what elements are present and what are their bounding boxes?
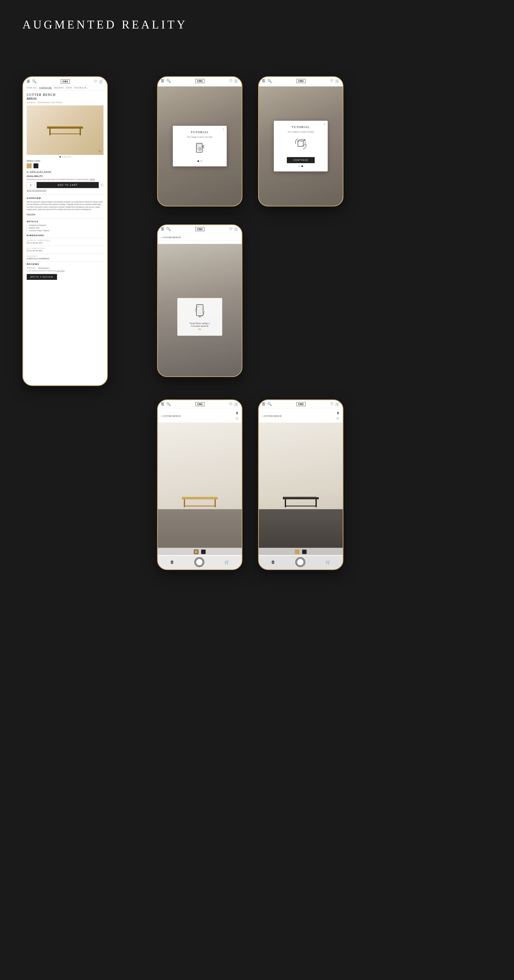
svg-rect-55 bbox=[206, 497, 207, 499]
menu-icon[interactable]: ☰ bbox=[27, 79, 30, 83]
nav-holiday[interactable]: HOLIDAY bbox=[54, 87, 64, 89]
svg-rect-4 bbox=[52, 126, 52, 128]
capture-button-5[interactable] bbox=[194, 557, 204, 567]
dot-4[interactable] bbox=[67, 156, 68, 158]
search-icon[interactable]: 🔍 bbox=[32, 79, 37, 83]
show-more-link[interactable]: Show More bbox=[27, 213, 35, 215]
search-icon-5[interactable]: 🔍 bbox=[166, 402, 171, 406]
logo-6[interactable]: CB2 bbox=[296, 402, 305, 406]
heart-icon-ar-5[interactable]: ♡ bbox=[236, 417, 239, 421]
nav-menu: VIEW ALL FURNITURE HOLIDAY GIFTS DECOR &… bbox=[23, 86, 107, 91]
nav-gifts[interactable]: GIFTS bbox=[66, 87, 72, 89]
svg-rect-13 bbox=[64, 126, 64, 128]
dot-3[interactable] bbox=[64, 156, 66, 158]
share-icon-6[interactable]: ⬆ bbox=[337, 411, 340, 415]
back-label-4[interactable]: CUTTER BENCH bbox=[163, 236, 181, 239]
svg-rect-46 bbox=[194, 497, 194, 499]
color-chip-dark-5[interactable] bbox=[201, 550, 205, 554]
heart-icon[interactable]: ♡ bbox=[94, 79, 97, 83]
swatch-tan[interactable] bbox=[27, 163, 32, 168]
search-icon-3[interactable]: 🔍 bbox=[267, 79, 272, 83]
search-icon-4[interactable]: 🔍 bbox=[166, 227, 171, 231]
delete-icon-5[interactable]: 🗑 bbox=[170, 560, 174, 565]
cart-icon-ar-6[interactable]: 🛒 bbox=[325, 560, 330, 565]
view-in-room-button[interactable]: ⊙ VIEW IN MY ROOM bbox=[27, 170, 103, 173]
back-arrow-4[interactable]: ‹ bbox=[161, 236, 162, 239]
ar-background-2: × TUTORIAL Use 2 fingers to rotate if ne… bbox=[259, 86, 343, 206]
search-icon-2[interactable]: 🔍 bbox=[166, 79, 171, 83]
cart-icon-ar-5[interactable]: 🛒 bbox=[224, 560, 229, 565]
cart-icon-5[interactable]: 🛒 bbox=[234, 402, 239, 406]
cart-icon-6[interactable]: 🛒 bbox=[335, 402, 340, 406]
cart-icon-2[interactable]: 🛒 bbox=[234, 79, 239, 83]
svg-rect-63 bbox=[215, 499, 216, 508]
menu-icon-4[interactable]: ☰ bbox=[161, 227, 164, 231]
cart-icon[interactable]: 🛒 bbox=[99, 79, 103, 83]
color-chip-dark-6[interactable] bbox=[302, 550, 307, 554]
close-icon-2[interactable]: × bbox=[324, 123, 325, 126]
t-dot-2-active[interactable] bbox=[301, 165, 303, 167]
svg-rect-80 bbox=[303, 497, 304, 499]
back-arrow-6[interactable]: ‹ bbox=[262, 415, 263, 417]
svg-rect-53 bbox=[203, 497, 204, 499]
logo-5[interactable]: CB2 bbox=[196, 402, 204, 406]
quantity-input[interactable]: 1 bbox=[27, 182, 35, 188]
navbar-right-2: ♡ 🛒 bbox=[229, 79, 239, 83]
scan-phone-icon bbox=[194, 304, 205, 319]
share-icon-5[interactable]: ⬆ bbox=[236, 411, 239, 415]
menu-icon-5[interactable]: ☰ bbox=[161, 402, 164, 406]
back-label-5[interactable]: CUTTER BENCH bbox=[163, 415, 181, 417]
color-chip-tan-5[interactable] bbox=[194, 550, 199, 554]
heart-icon-2[interactable]: ♡ bbox=[229, 79, 232, 83]
verified-label: Our reviews are verified for authenticit… bbox=[29, 270, 56, 272]
color-chip-tan-6[interactable] bbox=[295, 550, 299, 554]
nav-decor[interactable]: DECOR & M... bbox=[74, 87, 88, 89]
capture-button-6[interactable] bbox=[295, 557, 305, 567]
dot-1[interactable] bbox=[59, 156, 61, 158]
t-dot-1-inactive[interactable] bbox=[201, 161, 202, 162]
heart-icon-5[interactable]: ♡ bbox=[229, 402, 232, 406]
delete-icon-6[interactable]: 🗑 bbox=[271, 560, 275, 565]
logo-4[interactable]: CB2 bbox=[196, 227, 204, 231]
close-icon-1[interactable]: × bbox=[223, 128, 224, 131]
wishlist-button[interactable]: ♡ bbox=[100, 183, 103, 187]
reviews-count-link[interactable]: (618 Reviews) bbox=[38, 102, 49, 103]
dot-2[interactable] bbox=[62, 156, 63, 158]
menu-icon-6[interactable]: ☰ bbox=[262, 402, 265, 406]
heart-icon-ar-6[interactable]: ♡ bbox=[336, 417, 340, 421]
t-dot-1-active[interactable] bbox=[197, 161, 199, 162]
cart-icon-3[interactable]: 🛒 bbox=[335, 79, 340, 83]
nav-furniture[interactable]: FURNITURE bbox=[39, 87, 52, 89]
svg-rect-76 bbox=[297, 497, 298, 499]
dot-5[interactable] bbox=[69, 156, 71, 158]
logo-2[interactable]: CB2 bbox=[196, 79, 204, 83]
reviews-count-value[interactable]: (618 Reviews) bbox=[38, 267, 49, 269]
logo[interactable]: CB2 bbox=[61, 80, 70, 83]
bench-placed-dark bbox=[280, 493, 321, 512]
back-arrow-5[interactable]: ‹ bbox=[161, 415, 162, 417]
add-to-cart-button[interactable]: ADD TO CART bbox=[37, 182, 99, 188]
nav-view-all[interactable]: VIEW ALL bbox=[27, 87, 37, 89]
search-icon-6[interactable]: 🔍 bbox=[267, 402, 272, 406]
add-to-registry-link[interactable]: ADD TO REGISTRY bbox=[27, 189, 103, 191]
menu-icon-2[interactable]: ☰ bbox=[161, 79, 164, 83]
heart-icon-6[interactable]: ♡ bbox=[330, 402, 333, 406]
continue-button[interactable]: CONTINUE bbox=[287, 157, 315, 163]
t-dot-2-inactive[interactable] bbox=[299, 165, 300, 167]
svg-rect-19 bbox=[72, 126, 73, 128]
zip-code[interactable]: 90000 bbox=[90, 178, 95, 180]
cart-row: 1 ADD TO CART ♡ bbox=[27, 182, 103, 188]
learn-more-link[interactable]: Learn More bbox=[57, 270, 65, 272]
logo-3[interactable]: CB2 bbox=[296, 79, 305, 83]
tutorial-icon-2 bbox=[293, 136, 309, 152]
write-review-button[interactable]: WRITE A REVIEW bbox=[27, 274, 57, 280]
svg-rect-88 bbox=[314, 497, 315, 499]
eye-icon[interactable]: 👁 bbox=[98, 150, 101, 153]
heart-icon-3[interactable]: ♡ bbox=[330, 79, 333, 83]
swatch-black[interactable] bbox=[33, 163, 38, 168]
menu-icon-3[interactable]: ☰ bbox=[262, 79, 265, 83]
back-label-6[interactable]: CUTTER BENCH bbox=[264, 415, 282, 417]
cart-icon-4[interactable]: 🛒 bbox=[234, 227, 239, 231]
heart-icon-4[interactable]: ♡ bbox=[229, 227, 232, 231]
scan-progress: 0% bbox=[181, 328, 219, 330]
